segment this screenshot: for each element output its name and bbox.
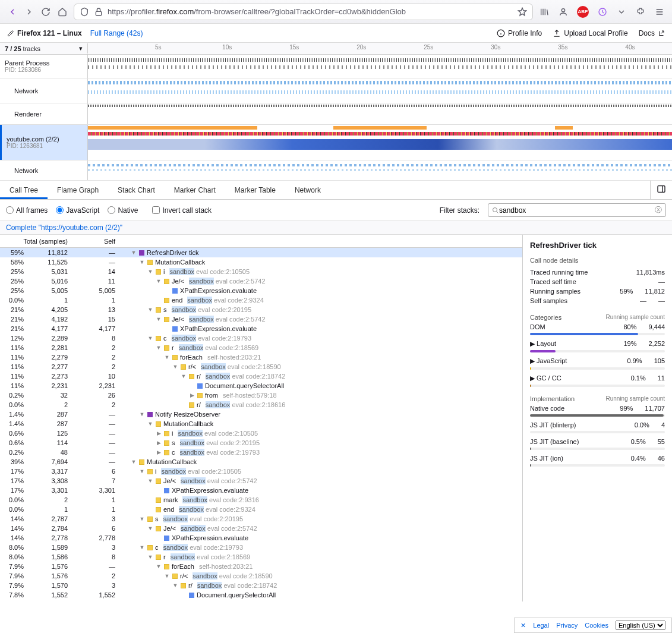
filter-input[interactable] bbox=[499, 206, 655, 215]
menu-icon[interactable] bbox=[654, 7, 665, 17]
category-row[interactable]: ▶ JavaScript0.9%105 bbox=[530, 355, 665, 370]
tree-row[interactable]: 21%4,1774,177XPathExpression.evaluate bbox=[0, 324, 522, 333]
tree-row[interactable]: 14%2,7846▼Je/<sandbox eval code:2:5742 bbox=[0, 524, 522, 533]
tree-row[interactable]: 25%5,03114▼isandbox eval code:2:10505 bbox=[0, 267, 522, 276]
extensions-icon[interactable] bbox=[635, 7, 646, 17]
expand-arrow[interactable]: ▶ bbox=[156, 440, 162, 446]
tree-row[interactable]: 8.0%1,5893▼csandbox eval code:2:19793 bbox=[0, 543, 522, 552]
track-label[interactable]: youtube.com (2/2)PID: 1263681 bbox=[0, 125, 88, 160]
clear-icon[interactable]: ⓧ bbox=[655, 205, 662, 215]
tree-row[interactable]: 1.4%287—▼Notify ResizeObserver bbox=[0, 410, 522, 419]
tree-row[interactable]: 17%3,3176▼isandbox eval code:2:10505 bbox=[0, 467, 522, 476]
expand-arrow[interactable]: ▼ bbox=[172, 582, 178, 588]
tab-flame-graph[interactable]: Flame Graph bbox=[48, 181, 108, 199]
expand-arrow[interactable]: ▼ bbox=[147, 554, 153, 560]
radio-javascript[interactable]: JavaScript bbox=[56, 206, 99, 215]
tree-row[interactable]: 1.4%287—▼MutationCallback bbox=[0, 419, 522, 429]
track-visualization[interactable] bbox=[88, 55, 672, 78]
tree-row[interactable]: 0.2%48—▶csandbox eval code:2:19793 bbox=[0, 448, 522, 457]
radio-all-frames[interactable]: All frames bbox=[6, 206, 48, 215]
filter-input-wrap[interactable]: ⓧ bbox=[488, 203, 666, 217]
tree-row[interactable]: 0.6%114—▶ssandbox eval code:2:20195 bbox=[0, 438, 522, 448]
tree-row[interactable]: 0.0%21marksandbox eval code:2:9316 bbox=[0, 495, 522, 505]
tree-row[interactable]: 11%2,27310▼r/sandbox eval code:2:18742 bbox=[0, 371, 522, 381]
track-label[interactable]: Parent ProcessPID: 1263086 bbox=[0, 55, 88, 78]
expand-arrow[interactable]: ▶ bbox=[156, 430, 162, 436]
tab-stack-chart[interactable]: Stack Chart bbox=[108, 181, 165, 199]
category-row[interactable]: DOM80%9,444 bbox=[530, 321, 665, 335]
expand-arrow[interactable]: ▼ bbox=[156, 316, 162, 322]
tree-row[interactable]: 0.0%11endsandbox eval code:2:9324 bbox=[0, 505, 522, 514]
expand-arrow[interactable]: ▼ bbox=[139, 259, 145, 265]
tree-row[interactable]: 21%4,19215▼Je/<sandbox eval code:2:5742 bbox=[0, 314, 522, 324]
profile-info-button[interactable]: Profile Info bbox=[497, 29, 542, 37]
tree-row[interactable]: 7.8%1,5521,552Document.querySelectorAll bbox=[0, 590, 522, 600]
expand-arrow[interactable]: ▼ bbox=[164, 354, 170, 360]
tree-row[interactable]: 59%11,812—▼RefreshDriver tick bbox=[0, 248, 522, 257]
track[interactable]: Network bbox=[0, 78, 672, 103]
expand-arrow[interactable]: ▼ bbox=[147, 421, 153, 427]
tree-row[interactable]: 39%7,694—▼MutationCallback bbox=[0, 457, 522, 467]
complete-path[interactable]: Complete "https://youtube.com (2/2)" bbox=[0, 221, 672, 235]
expand-arrow[interactable]: ▼ bbox=[156, 563, 162, 569]
timeline-ruler[interactable]: 5s10s15s20s25s30s35s40s bbox=[88, 43, 672, 54]
tab-marker-table[interactable]: Marker Table bbox=[225, 181, 285, 199]
expand-arrow[interactable]: ▼ bbox=[131, 250, 137, 256]
library-icon[interactable] bbox=[539, 7, 550, 17]
profiler-icon[interactable] bbox=[597, 7, 608, 17]
track[interactable]: Renderer bbox=[0, 103, 672, 125]
docs-link[interactable]: Docs bbox=[639, 29, 665, 37]
tree-row[interactable]: 17%3,3013,301XPathExpression.evaluate bbox=[0, 486, 522, 495]
category-row[interactable]: ▶ Layout19%2,252 bbox=[530, 338, 665, 352]
expand-arrow[interactable]: ▼ bbox=[139, 468, 145, 474]
track[interactable]: Parent ProcessPID: 1263086 bbox=[0, 55, 672, 78]
tracks-selector[interactable]: 7 / 25 tracks ▾ bbox=[0, 43, 88, 53]
track-label[interactable]: Renderer bbox=[0, 103, 88, 124]
tree-row[interactable]: 14%2,7782,778XPathExpression.evaluate bbox=[0, 533, 522, 543]
expand-arrow[interactable]: ▼ bbox=[131, 459, 137, 465]
range-link[interactable]: Full Range (42s) bbox=[90, 29, 143, 37]
expand-arrow[interactable]: ▼ bbox=[147, 478, 153, 484]
tree-row[interactable]: 58%11,525—▼MutationCallback bbox=[0, 257, 522, 267]
tab-network[interactable]: Network bbox=[285, 181, 330, 199]
expand-arrow[interactable]: ▼ bbox=[156, 345, 162, 351]
tree-row[interactable]: 0.6%125—▶isandbox eval code:2:10505 bbox=[0, 429, 522, 438]
track-label[interactable]: Network bbox=[0, 78, 88, 103]
track[interactable]: Network bbox=[0, 160, 672, 181]
tree-row[interactable]: 25%5,01611▼Je/<sandbox eval code:2:5742 bbox=[0, 276, 522, 286]
account-icon[interactable] bbox=[558, 7, 569, 17]
tree-row[interactable]: 7.9%1,5703▼r/sandbox eval code:2:18742 bbox=[0, 581, 522, 590]
reload-icon[interactable] bbox=[40, 7, 51, 17]
tree-row[interactable]: 11%2,2772▼r/<sandbox eval code:2:18590 bbox=[0, 362, 522, 371]
tree-row[interactable]: 0.0%22r/sandbox eval code:2:18616 bbox=[0, 400, 522, 410]
tab-marker-chart[interactable]: Marker Chart bbox=[165, 181, 225, 199]
expand-arrow[interactable]: ▶ bbox=[156, 449, 162, 455]
back-icon[interactable] bbox=[7, 7, 18, 17]
tree-row[interactable]: 0.2%3226▶fromself-hosted:579:18 bbox=[0, 390, 522, 400]
tree-row[interactable]: 7.9%1,5762▼r/<sandbox eval code:2:18590 bbox=[0, 571, 522, 581]
expand-arrow[interactable]: ▼ bbox=[147, 525, 153, 531]
expand-arrow[interactable]: ▼ bbox=[139, 544, 145, 550]
expand-arrow[interactable]: ▶ bbox=[189, 392, 195, 398]
sidebar-toggle-button[interactable] bbox=[650, 181, 672, 199]
track-visualization[interactable] bbox=[88, 103, 672, 124]
forward-icon[interactable] bbox=[24, 7, 34, 17]
col-total[interactable]: Total (samples) bbox=[0, 238, 71, 245]
url-bar[interactable]: https://profiler.firefox.com/from-browse… bbox=[74, 4, 533, 20]
chevron-down-icon[interactable] bbox=[616, 7, 627, 17]
tree-row[interactable]: 14%2,7873▼ssandbox eval code:2:20195 bbox=[0, 514, 522, 524]
tree-row[interactable]: 7.9%1,576—▼forEachself-hosted:203:21 bbox=[0, 562, 522, 571]
tree-row[interactable]: 21%4,20513▼ssandbox eval code:2:20195 bbox=[0, 305, 522, 314]
star-icon[interactable] bbox=[517, 7, 528, 17]
tree-body[interactable]: 59%11,812—▼RefreshDriver tick58%11,525—▼… bbox=[0, 248, 522, 601]
expand-arrow[interactable]: ▼ bbox=[156, 278, 162, 284]
tree-row[interactable]: 11%2,2312,231Document.querySelectorAll bbox=[0, 381, 522, 390]
track[interactable]: youtube.com (2/2)PID: 1263681 bbox=[0, 125, 672, 160]
tree-row[interactable]: 0.1%1512▶fromself-hosted:579:18 bbox=[0, 600, 522, 601]
tree-row[interactable]: 11%2,2792▼forEachself-hosted:203:21 bbox=[0, 352, 522, 362]
upload-button[interactable]: Upload Local Profile bbox=[553, 29, 627, 37]
tab-call-tree[interactable]: Call Tree bbox=[0, 181, 48, 199]
category-row[interactable]: ▶ GC / CC0.1%11 bbox=[530, 372, 665, 387]
tree-row[interactable]: 11%2,2812▼rsandbox eval code:2:18569 bbox=[0, 343, 522, 352]
expand-arrow[interactable]: ▼ bbox=[139, 411, 145, 417]
